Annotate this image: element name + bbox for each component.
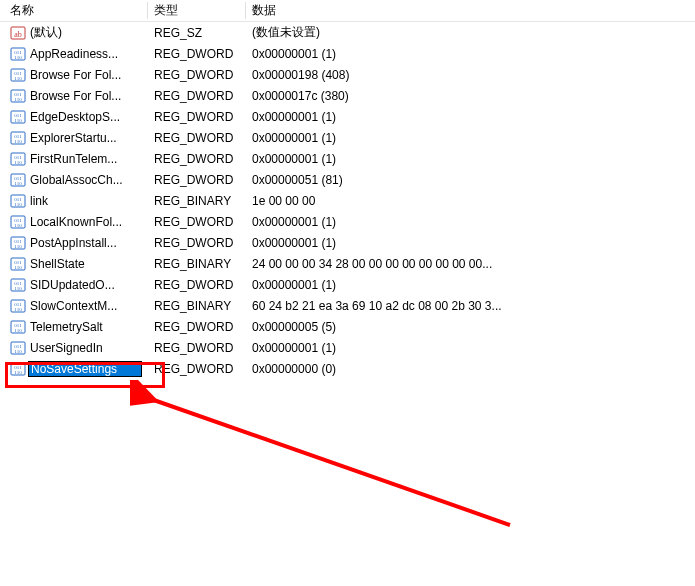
svg-text:110: 110 bbox=[14, 244, 22, 249]
svg-text:110: 110 bbox=[14, 97, 22, 102]
value-row[interactable]: 011110ExplorerStartu...REG_DWORD0x000000… bbox=[0, 127, 695, 148]
column-header-name[interactable]: 名称 bbox=[4, 0, 148, 21]
value-row[interactable]: 011110FirstRunTelem...REG_DWORD0x0000000… bbox=[0, 148, 695, 169]
value-name-cell[interactable]: 011110Browse For Fol... bbox=[4, 88, 148, 104]
value-name-cell[interactable]: 011110PostAppInstall... bbox=[4, 235, 148, 251]
value-row[interactable]: 011110Browse For Fol...REG_DWORD0x000001… bbox=[0, 64, 695, 85]
value-row[interactable]: 011110NoSaveSettingsREG_DWORD0x00000000 … bbox=[0, 358, 695, 379]
value-type: REG_DWORD bbox=[148, 215, 246, 229]
svg-text:110: 110 bbox=[14, 160, 22, 165]
value-name-cell[interactable]: 011110Browse For Fol... bbox=[4, 67, 148, 83]
value-name: link bbox=[30, 194, 142, 208]
value-data: 0x00000001 (1) bbox=[246, 236, 695, 250]
registry-values-list[interactable]: 名称 类型 数据 ab(默认)REG_SZ(数值未设置)011110AppRea… bbox=[0, 0, 695, 379]
value-name-cell[interactable]: 011110UserSignedIn bbox=[4, 340, 148, 356]
value-name: AppReadiness... bbox=[30, 47, 142, 61]
value-row[interactable]: 011110AppReadiness...REG_DWORD0x00000001… bbox=[0, 43, 695, 64]
value-row[interactable]: 011110ShellStateREG_BINARY24 00 00 00 34… bbox=[0, 253, 695, 274]
value-row[interactable]: 011110GlobalAssocCh...REG_DWORD0x0000005… bbox=[0, 169, 695, 190]
value-data: 0x00000005 (5) bbox=[246, 320, 695, 334]
binary-value-icon: 011110 bbox=[10, 172, 26, 188]
value-data: 1e 00 00 00 bbox=[246, 194, 695, 208]
value-type: REG_DWORD bbox=[148, 68, 246, 82]
value-type: REG_DWORD bbox=[148, 131, 246, 145]
value-data: 0x00000001 (1) bbox=[246, 278, 695, 292]
value-name-cell[interactable]: 011110ExplorerStartu... bbox=[4, 130, 148, 146]
column-header-type[interactable]: 类型 bbox=[148, 0, 246, 21]
value-row[interactable]: 011110UserSignedInREG_DWORD0x00000001 (1… bbox=[0, 337, 695, 358]
value-type: REG_DWORD bbox=[148, 320, 246, 334]
value-name: FirstRunTelem... bbox=[30, 152, 142, 166]
binary-value-icon: 011110 bbox=[10, 88, 26, 104]
svg-line-51 bbox=[148, 398, 510, 525]
value-row[interactable]: 011110TelemetrySaltREG_DWORD0x00000005 (… bbox=[0, 316, 695, 337]
value-name: ExplorerStartu... bbox=[30, 131, 142, 145]
value-name-cell[interactable]: 011110TelemetrySalt bbox=[4, 319, 148, 335]
value-name: Browse For Fol... bbox=[30, 89, 142, 103]
column-header-row[interactable]: 名称 类型 数据 bbox=[0, 0, 695, 22]
value-type: REG_SZ bbox=[148, 26, 246, 40]
value-data: 0x00000001 (1) bbox=[246, 47, 695, 61]
value-name: PostAppInstall... bbox=[30, 236, 142, 250]
value-name: GlobalAssocCh... bbox=[30, 173, 142, 187]
svg-text:110: 110 bbox=[14, 286, 22, 291]
svg-text:110: 110 bbox=[14, 265, 22, 270]
value-name-cell[interactable]: 011110NoSaveSettings bbox=[4, 361, 148, 377]
value-type: REG_DWORD bbox=[148, 236, 246, 250]
value-name-cell[interactable]: 011110LocalKnownFol... bbox=[4, 214, 148, 230]
svg-text:110: 110 bbox=[14, 118, 22, 123]
binary-value-icon: 011110 bbox=[10, 235, 26, 251]
value-name-cell[interactable]: 011110SIDUpdatedO... bbox=[4, 277, 148, 293]
svg-text:110: 110 bbox=[14, 370, 22, 375]
value-type: REG_DWORD bbox=[148, 173, 246, 187]
value-row[interactable]: 011110EdgeDesktopS...REG_DWORD0x00000001… bbox=[0, 106, 695, 127]
value-name: EdgeDesktopS... bbox=[30, 110, 142, 124]
value-row[interactable]: 011110Browse For Fol...REG_DWORD0x000001… bbox=[0, 85, 695, 106]
value-data: 0x00000198 (408) bbox=[246, 68, 695, 82]
value-name-cell[interactable]: 011110FirstRunTelem... bbox=[4, 151, 148, 167]
value-name-cell[interactable]: 011110AppReadiness... bbox=[4, 46, 148, 62]
svg-text:ab: ab bbox=[14, 30, 22, 39]
value-name-cell[interactable]: 011110GlobalAssocCh... bbox=[4, 172, 148, 188]
value-row[interactable]: 011110linkREG_BINARY1e 00 00 00 bbox=[0, 190, 695, 211]
value-data: 0x00000001 (1) bbox=[246, 341, 695, 355]
value-row[interactable]: 011110LocalKnownFol...REG_DWORD0x0000000… bbox=[0, 211, 695, 232]
value-row[interactable]: ab(默认)REG_SZ(数值未设置) bbox=[0, 22, 695, 43]
column-header-data[interactable]: 数据 bbox=[246, 0, 695, 21]
value-name-cell[interactable]: 011110link bbox=[4, 193, 148, 209]
value-data: (数值未设置) bbox=[246, 24, 695, 41]
value-type: REG_DWORD bbox=[148, 47, 246, 61]
value-row[interactable]: 011110SIDUpdatedO...REG_DWORD0x00000001 … bbox=[0, 274, 695, 295]
value-data: 0x00000001 (1) bbox=[246, 152, 695, 166]
value-name: SIDUpdatedO... bbox=[30, 278, 142, 292]
value-name-cell[interactable]: ab(默认) bbox=[4, 24, 148, 41]
binary-value-icon: 011110 bbox=[10, 193, 26, 209]
value-name: ShellState bbox=[30, 257, 142, 271]
value-name[interactable]: NoSaveSettings bbox=[28, 361, 142, 377]
value-name-cell[interactable]: 011110EdgeDesktopS... bbox=[4, 109, 148, 125]
value-name: UserSignedIn bbox=[30, 341, 142, 355]
annotation-arrow bbox=[130, 380, 530, 540]
value-data: 0x00000001 (1) bbox=[246, 110, 695, 124]
value-type: REG_DWORD bbox=[148, 89, 246, 103]
value-name-cell[interactable]: 011110SlowContextM... bbox=[4, 298, 148, 314]
value-type: REG_BINARY bbox=[148, 194, 246, 208]
binary-value-icon: 011110 bbox=[10, 214, 26, 230]
svg-text:110: 110 bbox=[14, 349, 22, 354]
svg-text:110: 110 bbox=[14, 55, 22, 60]
svg-text:110: 110 bbox=[14, 223, 22, 228]
binary-value-icon: 011110 bbox=[10, 130, 26, 146]
value-row[interactable]: 011110SlowContextM...REG_BINARY60 24 b2 … bbox=[0, 295, 695, 316]
binary-value-icon: 011110 bbox=[10, 256, 26, 272]
binary-value-icon: 011110 bbox=[10, 340, 26, 356]
svg-text:110: 110 bbox=[14, 76, 22, 81]
value-row[interactable]: 011110PostAppInstall...REG_DWORD0x000000… bbox=[0, 232, 695, 253]
value-type: REG_BINARY bbox=[148, 299, 246, 313]
binary-value-icon: 011110 bbox=[10, 319, 26, 335]
value-name: SlowContextM... bbox=[30, 299, 142, 313]
value-data: 0x00000051 (81) bbox=[246, 173, 695, 187]
value-data: 24 00 00 00 34 28 00 00 00 00 00 00 00 0… bbox=[246, 257, 695, 271]
value-name: (默认) bbox=[30, 24, 142, 41]
svg-text:110: 110 bbox=[14, 307, 22, 312]
value-name-cell[interactable]: 011110ShellState bbox=[4, 256, 148, 272]
